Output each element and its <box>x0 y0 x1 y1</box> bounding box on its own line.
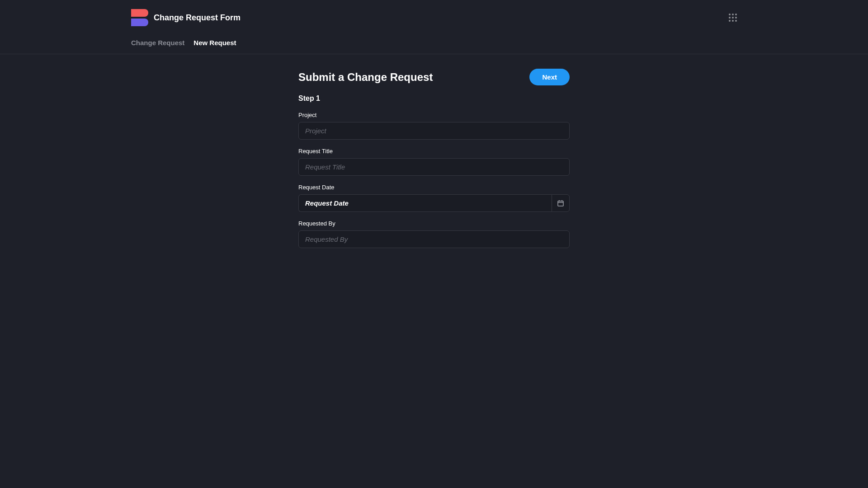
content: Submit a Change Request Next Step 1 Proj… <box>0 54 868 271</box>
request-title-label: Request Title <box>298 148 570 155</box>
logo-icon <box>131 9 148 26</box>
header-left: Change Request Form <box>131 9 241 26</box>
date-input-wrapper: Request Date <box>298 194 570 212</box>
requested-by-label: Requested By <box>298 220 570 227</box>
request-date-label: Request Date <box>298 184 570 191</box>
nav-tab-new-request[interactable]: New Request <box>193 39 236 47</box>
calendar-icon <box>557 200 564 207</box>
nav-tabs: Change Request New Request <box>0 33 868 54</box>
form-header: Submit a Change Request Next <box>298 69 570 85</box>
svg-rect-0 <box>558 201 563 206</box>
app-title: Change Request Form <box>154 13 241 23</box>
requested-by-field: Requested By <box>298 220 570 248</box>
form-title: Submit a Change Request <box>298 71 433 84</box>
request-title-input[interactable] <box>298 158 570 176</box>
next-button[interactable]: Next <box>529 69 570 85</box>
nav-tab-change-request[interactable]: Change Request <box>131 39 184 47</box>
apps-grid-icon[interactable] <box>729 14 737 22</box>
request-date-field: Request Date Request Date <box>298 184 570 212</box>
project-field: Project <box>298 112 570 140</box>
project-input[interactable] <box>298 122 570 140</box>
header: Change Request Form <box>0 0 868 33</box>
request-title-field: Request Title <box>298 148 570 176</box>
project-label: Project <box>298 112 570 118</box>
requested-by-input[interactable] <box>298 230 570 248</box>
request-date-input[interactable]: Request Date <box>298 194 552 212</box>
date-picker-button[interactable] <box>552 194 570 212</box>
step-label: Step 1 <box>298 94 570 103</box>
form-container: Submit a Change Request Next Step 1 Proj… <box>298 69 570 256</box>
